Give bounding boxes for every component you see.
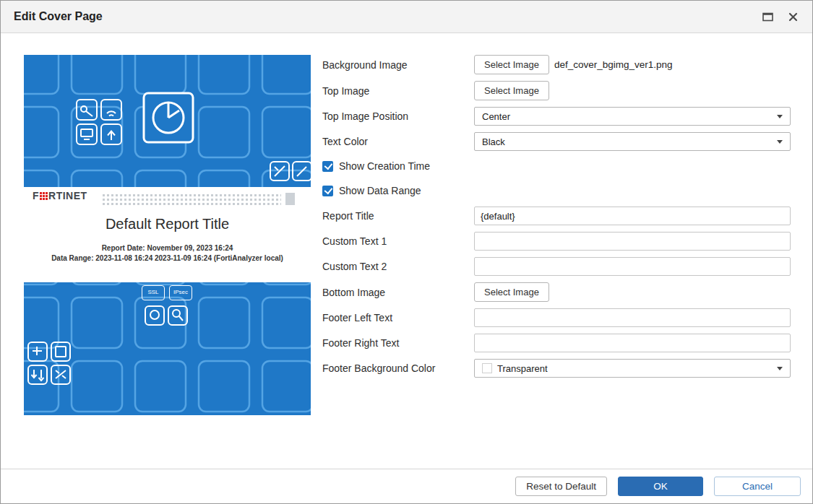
cover-data-range: Data Range: 2023-11-08 16:24 2023-11-09 … [24, 254, 311, 262]
fortinet-logo-text-rtinet: RTINET [48, 190, 87, 201]
footer-background-color-value: Transparent [497, 363, 548, 374]
edit-cover-page-dialog: Edit Cover Page [0, 0, 813, 504]
top-image-position-label: Top Image Position [322, 110, 474, 122]
custom-text-1-input[interactable] [474, 232, 791, 251]
dialog-footer: Reset to Default OK Cancel [1, 469, 812, 503]
maximize-icon[interactable] [762, 12, 774, 22]
text-color-label: Text Color [322, 136, 474, 147]
show-creation-time-label: Show Creation Time [339, 160, 430, 172]
footer-right-text-input[interactable] [474, 334, 791, 352]
top-image-position-value: Center [482, 111, 510, 122]
text-color-row: Text Color Black [322, 132, 791, 151]
cover-art-graphic [24, 55, 311, 415]
footer-right-text-row: Footer Right Text [322, 334, 791, 352]
reset-to-default-button[interactable]: Reset to Default [515, 477, 607, 496]
close-icon[interactable] [787, 12, 799, 22]
custom-text-2-input[interactable] [474, 257, 791, 276]
text-color-select[interactable]: Black [474, 132, 791, 151]
transparent-swatch-icon [482, 363, 492, 373]
footer-left-text-label: Footer Left Text [322, 312, 474, 323]
background-image-row: Background Image Select Image def_cover_… [322, 55, 791, 74]
chevron-down-icon [777, 367, 783, 370]
cover-ipsec-tile: IPsec [169, 285, 192, 300]
cover-report-date: Report Date: November 09, 2023 16:24 [24, 244, 311, 252]
show-data-range-checkbox[interactable]: Show Data Range [322, 182, 791, 199]
dialog-title: Edit Cover Page [14, 10, 103, 23]
cover-report-title: Default Report Title [24, 216, 311, 233]
custom-text-1-label: Custom Text 1 [322, 235, 474, 247]
top-image-row: Top Image Select Image [322, 81, 791, 100]
chevron-down-icon [777, 115, 783, 118]
dialog-header: Edit Cover Page [1, 1, 812, 33]
footer-left-text-input[interactable] [474, 308, 791, 327]
report-title-input[interactable] [474, 207, 791, 225]
fortinet-logo: FRTINET [33, 190, 87, 201]
bottom-image-row: Bottom Image Select Image [322, 282, 791, 302]
top-image-position-select[interactable]: Center [474, 107, 791, 126]
dialog-body: FRTINET Default Report Title Report Date… [1, 33, 812, 469]
cover-preview-image: FRTINET Default Report Title Report Date… [24, 55, 311, 415]
report-title-label: Report Title [322, 210, 474, 222]
cancel-button[interactable]: Cancel [714, 477, 801, 496]
background-image-label: Background Image [322, 59, 474, 71]
text-color-value: Black [482, 136, 505, 147]
fortinet-logo-text-f: F [33, 190, 39, 201]
ok-button[interactable]: OK [618, 477, 703, 496]
checkbox-checked-icon[interactable] [322, 161, 333, 172]
footer-left-text-row: Footer Left Text [322, 308, 791, 327]
background-image-select-button[interactable]: Select Image [474, 55, 549, 74]
footer-background-color-select[interactable]: Transparent [474, 359, 791, 378]
report-title-row: Report Title [322, 207, 791, 225]
custom-text-2-row: Custom Text 2 [322, 257, 791, 276]
top-image-label: Top Image [322, 85, 474, 97]
cover-page-form: Background Image Select Image def_cover_… [311, 55, 791, 469]
bottom-image-label: Bottom Image [322, 287, 474, 298]
show-data-range-label: Show Data Range [339, 185, 421, 196]
header-actions [762, 12, 799, 22]
top-image-position-row: Top Image Position Center [322, 107, 791, 126]
footer-background-color-row: Footer Background Color Transparent [322, 359, 791, 378]
custom-text-1-row: Custom Text 1 [322, 232, 791, 251]
checkbox-checked-icon[interactable] [322, 186, 333, 196]
fortinet-logo-grid-icon [40, 192, 48, 200]
cover-ssl-tile: SSL [142, 285, 165, 300]
chevron-down-icon [777, 140, 783, 144]
top-image-select-button[interactable]: Select Image [474, 81, 549, 100]
footer-background-color-label: Footer Background Color [322, 362, 474, 374]
footer-right-text-label: Footer Right Text [322, 337, 474, 349]
background-image-filename: def_cover_bgimg_ver1.png [554, 59, 673, 70]
custom-text-2-label: Custom Text 2 [322, 261, 474, 272]
show-creation-time-checkbox[interactable]: Show Creation Time [322, 157, 791, 175]
bottom-image-select-button[interactable]: Select Image [474, 282, 549, 302]
